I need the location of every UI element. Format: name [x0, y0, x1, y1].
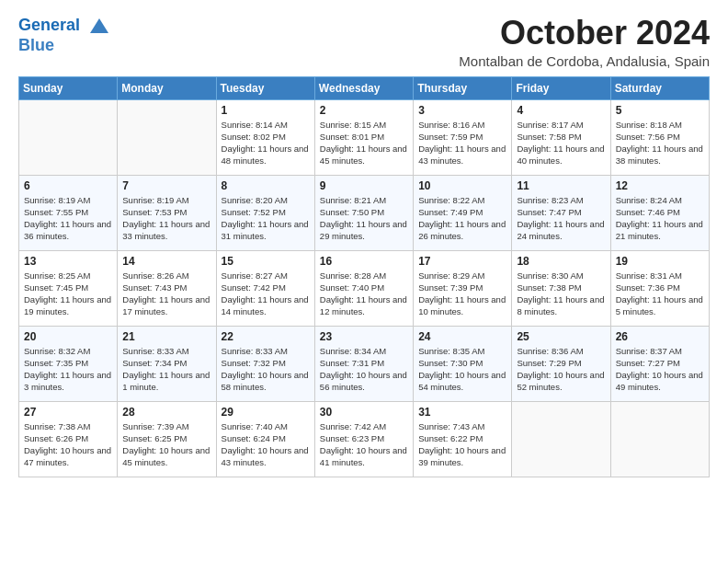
- day-info: Sunrise: 8:14 AM Sunset: 8:02 PM Dayligh…: [222, 119, 310, 167]
- day-info: Sunrise: 8:18 AM Sunset: 7:56 PM Dayligh…: [616, 119, 704, 167]
- col-header-tuesday: Tuesday: [216, 76, 314, 99]
- month-title: October 2024: [459, 15, 710, 52]
- day-number: 10: [418, 179, 506, 192]
- day-number: 21: [122, 330, 210, 343]
- day-number: 23: [320, 330, 408, 343]
- logo: General Blue: [18, 15, 108, 55]
- day-number: 9: [320, 179, 408, 192]
- calendar-cell: 11Sunrise: 8:23 AM Sunset: 7:47 PM Dayli…: [512, 175, 610, 250]
- day-info: Sunrise: 8:30 AM Sunset: 7:38 PM Dayligh…: [517, 270, 605, 318]
- calendar-cell: 30Sunrise: 7:42 AM Sunset: 6:23 PM Dayli…: [314, 401, 413, 477]
- day-number: 8: [222, 179, 310, 192]
- calendar-cell: 25Sunrise: 8:36 AM Sunset: 7:29 PM Dayli…: [512, 326, 610, 401]
- day-info: Sunrise: 8:19 AM Sunset: 7:55 PM Dayligh…: [24, 194, 112, 243]
- day-number: 2: [320, 104, 408, 117]
- calendar-cell: 2Sunrise: 8:15 AM Sunset: 8:01 PM Daylig…: [314, 99, 413, 175]
- calendar-cell: 23Sunrise: 8:34 AM Sunset: 7:31 PM Dayli…: [314, 326, 413, 401]
- calendar-cell: 8Sunrise: 8:20 AM Sunset: 7:52 PM Daylig…: [216, 175, 314, 250]
- title-block: October 2024 Montalban de Cordoba, Andal…: [459, 15, 710, 69]
- day-number: 25: [517, 330, 605, 343]
- col-header-sunday: Sunday: [19, 76, 118, 99]
- calendar-cell: 1Sunrise: 8:14 AM Sunset: 8:02 PM Daylig…: [216, 99, 314, 175]
- day-info: Sunrise: 8:35 AM Sunset: 7:30 PM Dayligh…: [418, 345, 506, 394]
- day-number: 26: [616, 330, 704, 343]
- day-number: 4: [517, 104, 605, 117]
- logo-blue: Blue: [18, 37, 108, 55]
- day-info: Sunrise: 8:23 AM Sunset: 7:47 PM Dayligh…: [517, 194, 605, 243]
- day-info: Sunrise: 7:43 AM Sunset: 6:22 PM Dayligh…: [418, 420, 506, 469]
- day-info: Sunrise: 8:19 AM Sunset: 7:53 PM Dayligh…: [122, 194, 210, 243]
- calendar-cell: 28Sunrise: 7:39 AM Sunset: 6:25 PM Dayli…: [118, 401, 216, 477]
- day-number: 28: [122, 406, 210, 419]
- day-info: Sunrise: 8:28 AM Sunset: 7:40 PM Dayligh…: [320, 270, 408, 318]
- day-info: Sunrise: 8:33 AM Sunset: 7:34 PM Dayligh…: [122, 345, 210, 394]
- calendar-table: SundayMondayTuesdayWednesdayThursdayFrid…: [18, 76, 710, 477]
- col-header-monday: Monday: [118, 76, 216, 99]
- day-info: Sunrise: 8:31 AM Sunset: 7:36 PM Dayligh…: [616, 270, 704, 318]
- calendar-cell: 19Sunrise: 8:31 AM Sunset: 7:36 PM Dayli…: [610, 250, 709, 326]
- day-info: Sunrise: 8:16 AM Sunset: 7:59 PM Dayligh…: [418, 119, 506, 167]
- calendar-cell: 22Sunrise: 8:33 AM Sunset: 7:32 PM Dayli…: [216, 326, 314, 401]
- calendar-cell: 27Sunrise: 7:38 AM Sunset: 6:26 PM Dayli…: [19, 401, 118, 477]
- calendar-cell: 29Sunrise: 7:40 AM Sunset: 6:24 PM Dayli…: [216, 401, 314, 477]
- calendar-cell: 18Sunrise: 8:30 AM Sunset: 7:38 PM Dayli…: [512, 250, 610, 326]
- day-info: Sunrise: 8:34 AM Sunset: 7:31 PM Dayligh…: [320, 345, 408, 394]
- calendar-cell: [118, 99, 216, 175]
- calendar-cell: 9Sunrise: 8:21 AM Sunset: 7:50 PM Daylig…: [314, 175, 413, 250]
- day-number: 5: [616, 104, 704, 117]
- calendar-cell: [19, 99, 118, 175]
- calendar-cell: [512, 401, 610, 477]
- day-info: Sunrise: 8:20 AM Sunset: 7:52 PM Dayligh…: [222, 194, 310, 243]
- day-number: 16: [320, 255, 408, 268]
- day-info: Sunrise: 8:36 AM Sunset: 7:29 PM Dayligh…: [517, 345, 605, 394]
- calendar-cell: [610, 401, 709, 477]
- calendar-cell: 7Sunrise: 8:19 AM Sunset: 7:53 PM Daylig…: [118, 175, 216, 250]
- day-info: Sunrise: 7:40 AM Sunset: 6:24 PM Dayligh…: [222, 420, 310, 469]
- day-info: Sunrise: 8:37 AM Sunset: 7:27 PM Dayligh…: [616, 345, 704, 394]
- day-number: 31: [418, 406, 506, 419]
- day-number: 6: [24, 179, 112, 192]
- day-info: Sunrise: 8:29 AM Sunset: 7:39 PM Dayligh…: [418, 270, 506, 318]
- calendar-cell: 5Sunrise: 8:18 AM Sunset: 7:56 PM Daylig…: [610, 99, 709, 175]
- day-number: 19: [616, 255, 704, 268]
- day-info: Sunrise: 8:22 AM Sunset: 7:49 PM Dayligh…: [418, 194, 506, 243]
- day-info: Sunrise: 8:24 AM Sunset: 7:46 PM Dayligh…: [616, 194, 704, 243]
- col-header-wednesday: Wednesday: [314, 76, 413, 99]
- day-info: Sunrise: 8:27 AM Sunset: 7:42 PM Dayligh…: [222, 270, 310, 318]
- calendar-cell: 12Sunrise: 8:24 AM Sunset: 7:46 PM Dayli…: [610, 175, 709, 250]
- day-info: Sunrise: 8:15 AM Sunset: 8:01 PM Dayligh…: [320, 119, 408, 167]
- logo-icon: [86, 15, 108, 37]
- day-number: 3: [418, 104, 506, 117]
- calendar-cell: 15Sunrise: 8:27 AM Sunset: 7:42 PM Dayli…: [216, 250, 314, 326]
- calendar-cell: 3Sunrise: 8:16 AM Sunset: 7:59 PM Daylig…: [414, 99, 512, 175]
- col-header-saturday: Saturday: [610, 76, 709, 99]
- calendar-cell: 17Sunrise: 8:29 AM Sunset: 7:39 PM Dayli…: [414, 250, 512, 326]
- day-number: 12: [616, 179, 704, 192]
- day-number: 24: [418, 330, 506, 343]
- day-number: 30: [320, 406, 408, 419]
- svg-marker-0: [90, 18, 108, 33]
- day-info: Sunrise: 8:32 AM Sunset: 7:35 PM Dayligh…: [24, 345, 112, 394]
- day-number: 18: [517, 255, 605, 268]
- day-number: 7: [122, 179, 210, 192]
- day-number: 15: [222, 255, 310, 268]
- col-header-friday: Friday: [512, 76, 610, 99]
- calendar-cell: 21Sunrise: 8:33 AM Sunset: 7:34 PM Dayli…: [118, 326, 216, 401]
- calendar-cell: 24Sunrise: 8:35 AM Sunset: 7:30 PM Dayli…: [414, 326, 512, 401]
- calendar-cell: 16Sunrise: 8:28 AM Sunset: 7:40 PM Dayli…: [314, 250, 413, 326]
- day-info: Sunrise: 8:25 AM Sunset: 7:45 PM Dayligh…: [24, 270, 112, 318]
- day-info: Sunrise: 8:33 AM Sunset: 7:32 PM Dayligh…: [222, 345, 310, 394]
- calendar-cell: 6Sunrise: 8:19 AM Sunset: 7:55 PM Daylig…: [19, 175, 118, 250]
- day-number: 14: [122, 255, 210, 268]
- calendar-cell: 4Sunrise: 8:17 AM Sunset: 7:58 PM Daylig…: [512, 99, 610, 175]
- day-number: 20: [24, 330, 112, 343]
- day-info: Sunrise: 8:21 AM Sunset: 7:50 PM Dayligh…: [320, 194, 408, 243]
- day-number: 27: [24, 406, 112, 419]
- day-info: Sunrise: 7:38 AM Sunset: 6:26 PM Dayligh…: [24, 420, 112, 469]
- calendar-cell: 20Sunrise: 8:32 AM Sunset: 7:35 PM Dayli…: [19, 326, 118, 401]
- day-number: 29: [222, 406, 310, 419]
- calendar-cell: 26Sunrise: 8:37 AM Sunset: 7:27 PM Dayli…: [610, 326, 709, 401]
- day-info: Sunrise: 8:26 AM Sunset: 7:43 PM Dayligh…: [122, 270, 210, 318]
- day-number: 13: [24, 255, 112, 268]
- day-info: Sunrise: 7:39 AM Sunset: 6:25 PM Dayligh…: [122, 420, 210, 469]
